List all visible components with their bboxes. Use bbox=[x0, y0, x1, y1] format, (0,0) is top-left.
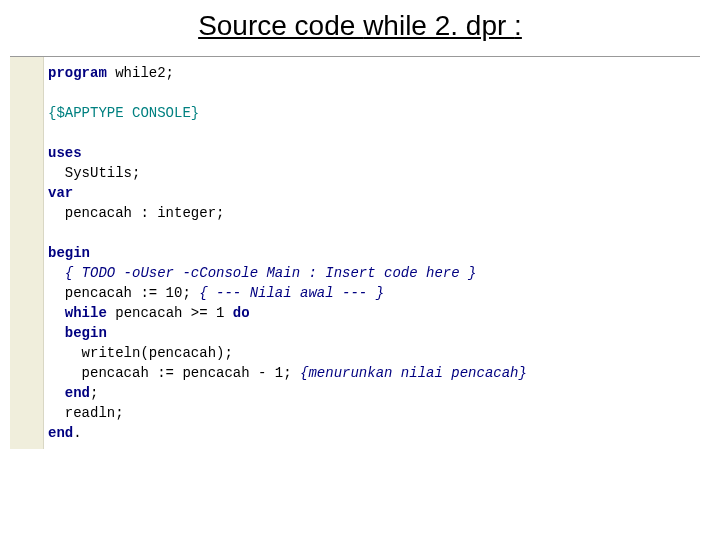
code-text bbox=[48, 325, 65, 341]
editor-gutter bbox=[10, 57, 44, 449]
kw-begin: begin bbox=[48, 245, 90, 261]
code-text: SysUtils; bbox=[48, 165, 140, 181]
code-text: ; bbox=[90, 385, 98, 401]
code-text: . bbox=[73, 425, 81, 441]
source-code: program while2; {$APPTYPE CONSOLE} uses … bbox=[44, 57, 700, 449]
title-suffix: : bbox=[514, 10, 522, 41]
kw-do: do bbox=[233, 305, 250, 321]
code-text: pencacah := 10; bbox=[48, 285, 199, 301]
title-prefix: Source code bbox=[198, 10, 363, 41]
kw-var: var bbox=[48, 185, 73, 201]
comment-todo: { TODO -oUser -cConsole Main : Insert co… bbox=[48, 265, 476, 281]
code-text: while2; bbox=[107, 65, 174, 81]
code-text: writeln(pencacah); bbox=[48, 345, 233, 361]
code-editor: program while2; {$APPTYPE CONSOLE} uses … bbox=[10, 56, 700, 449]
code-text: readln; bbox=[48, 405, 124, 421]
kw-program: program bbox=[48, 65, 107, 81]
code-text bbox=[48, 385, 65, 401]
kw-while: while bbox=[65, 305, 107, 321]
code-row: program while2; {$APPTYPE CONSOLE} uses … bbox=[10, 57, 700, 449]
code-text: pencacah >= 1 bbox=[107, 305, 233, 321]
kw-end: end bbox=[48, 425, 73, 441]
kw-uses: uses bbox=[48, 145, 82, 161]
code-text bbox=[48, 305, 65, 321]
kw-begin-inner: begin bbox=[65, 325, 107, 341]
comment-decrement: {menurunkan nilai pencacah} bbox=[300, 365, 527, 381]
code-text: pencacah : integer; bbox=[48, 205, 224, 221]
code-text: pencacah := pencacah - 1; bbox=[48, 365, 300, 381]
compiler-directive: {$APPTYPE CONSOLE} bbox=[48, 105, 199, 121]
page-title: Source code while 2. dpr : bbox=[0, 10, 720, 42]
comment-initial-value: { --- Nilai awal --- } bbox=[199, 285, 384, 301]
title-filename: while 2. dpr bbox=[363, 10, 514, 41]
kw-end-inner: end bbox=[65, 385, 90, 401]
slide: Source code while 2. dpr : program while… bbox=[0, 0, 720, 540]
